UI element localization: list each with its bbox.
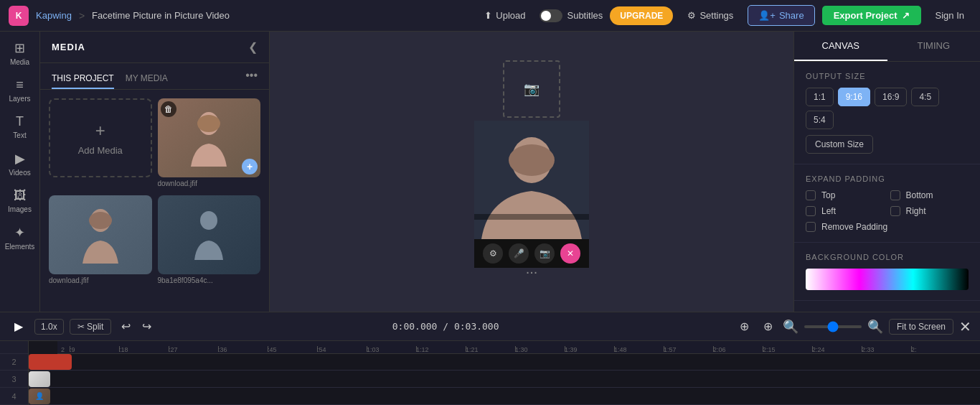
sidebar-item-media[interactable]: ⊞ Media xyxy=(1,34,39,72)
layers-icon: ≡ xyxy=(16,78,24,93)
effects-button[interactable]: ⚙ xyxy=(483,243,503,264)
zoom-slider[interactable] xyxy=(804,325,862,328)
padding-left: Left xyxy=(806,206,885,216)
size-1-1[interactable]: 1:1 xyxy=(806,88,834,106)
media-thumb-delete-1[interactable]: 🗑 xyxy=(161,101,176,117)
ruler-mark-157: 1:57 xyxy=(664,346,713,353)
track-num-3: 3 xyxy=(0,371,28,388)
track-num-4: 4 xyxy=(0,388,28,405)
zoom-in-button[interactable]: 🔍 xyxy=(867,319,883,335)
upgrade-button[interactable]: UPGRADE xyxy=(610,6,673,25)
undo-button[interactable]: ↩ xyxy=(117,317,135,335)
signin-button[interactable]: Sign In xyxy=(928,6,971,24)
play-button[interactable]: ▶ xyxy=(9,317,29,337)
remove-padding-row: Remove Padding xyxy=(806,222,969,232)
person-silhouette-3 xyxy=(191,210,227,260)
subtitles-switch[interactable] xyxy=(540,9,562,22)
media-panel-close-button[interactable]: ❮ xyxy=(248,40,258,54)
media-item-1[interactable]: 🗑 + download.jfif xyxy=(158,98,261,190)
media-filename-1: download.jfif xyxy=(158,177,261,190)
expand-padding-title: EXPAND PADDING xyxy=(806,174,969,183)
padding-right-checkbox[interactable] xyxy=(890,206,900,216)
background-color-title: BACKGROUND COLOR xyxy=(806,253,969,261)
mute-button[interactable]: 🎤 xyxy=(509,243,529,264)
add-media-label: Add Media xyxy=(78,145,123,156)
svg-point-3 xyxy=(89,212,112,229)
videos-icon: ▶ xyxy=(15,151,25,167)
padding-top-checkbox[interactable] xyxy=(806,190,816,200)
settings-button[interactable]: ⚙ Settings xyxy=(680,6,740,24)
size-16-9[interactable]: 16:9 xyxy=(875,88,907,106)
track-clip-4[interactable]: 👤 xyxy=(29,388,50,404)
subtitles-toggle[interactable]: Subtitles xyxy=(540,9,603,22)
media-thumb-2[interactable] xyxy=(49,195,152,274)
media-thumb-add-1[interactable]: + xyxy=(242,159,258,174)
padding-left-checkbox[interactable] xyxy=(806,206,816,216)
ruler-mark-148: 1:48 xyxy=(614,346,664,353)
padding-top-label: Top xyxy=(821,190,835,200)
size-9-16[interactable]: 9:16 xyxy=(838,88,870,106)
media-item-3[interactable]: 9ba1e8f095a4c... xyxy=(158,195,261,287)
timeline-move-icon[interactable]: ⊕ xyxy=(759,317,777,335)
custom-size-button[interactable]: Custom Size xyxy=(806,135,873,154)
text-icon: T xyxy=(16,114,24,129)
ruler-mark-121: 1:21 xyxy=(466,346,515,353)
time-display: 0:00.000 / 0:03.000 xyxy=(161,321,730,332)
track-clip-2[interactable] xyxy=(29,354,72,370)
padding-bottom-label: Bottom xyxy=(906,190,933,200)
track-num-2: 2 xyxy=(0,354,28,371)
media-thumb-1[interactable]: 🗑 + xyxy=(158,98,261,177)
sidebar-item-layers[interactable]: ≡ Layers xyxy=(1,72,39,108)
ruler-mark-36: :36 xyxy=(218,346,268,353)
upload-button[interactable]: ⬆ Upload xyxy=(477,6,532,24)
tab-canvas[interactable]: CANVAS xyxy=(794,32,887,61)
ruler-mark-54: :54 xyxy=(317,346,367,353)
time-current: 0:00.000 xyxy=(392,321,438,332)
size-5-4[interactable]: 5:4 xyxy=(806,111,834,129)
brand-link[interactable]: Kapwing xyxy=(36,10,72,21)
upload-label: Upload xyxy=(496,10,525,21)
topbar: K Kapwing > Facetime Picture in Picture … xyxy=(0,0,980,32)
add-media-button[interactable]: + Add Media xyxy=(49,98,152,177)
canvas-more-button[interactable]: ··· xyxy=(526,264,538,280)
tab-my-media[interactable]: MY MEDIA xyxy=(126,69,168,89)
camera-button[interactable]: 📷 xyxy=(534,243,555,264)
breadcrumb-separator: > xyxy=(79,10,85,22)
right-tabs: CANVAS TIMING xyxy=(794,32,980,62)
timeline-focus-icon[interactable]: ⊕ xyxy=(735,317,753,335)
background-color-picker[interactable] xyxy=(806,269,969,290)
track-clip-3[interactable] xyxy=(29,371,50,387)
ruler-mark-224: 2:24 xyxy=(812,346,862,353)
tab-this-project[interactable]: THIS PROJECT xyxy=(52,69,114,89)
app-logo: K xyxy=(9,6,29,26)
ruler-mark-112: 1:12 xyxy=(416,346,466,353)
close-timeline-button[interactable]: ✕ xyxy=(959,318,971,335)
fit-to-screen-button[interactable]: Fit to Screen xyxy=(889,319,953,335)
media-thumb-3[interactable] xyxy=(158,195,261,274)
export-label: Export Project xyxy=(834,10,897,21)
ruler-mark-end: 2: xyxy=(911,346,961,353)
speed-button[interactable]: 1.0x xyxy=(34,319,64,335)
redo-button[interactable]: ↪ xyxy=(138,317,156,335)
tools-sidebar: ⊞ Media ≡ Layers T Text ▶ Videos 🖼 Image… xyxy=(0,32,40,312)
sidebar-item-text[interactable]: T Text xyxy=(1,108,39,145)
zoom-out-button[interactable]: 🔍 xyxy=(783,319,798,335)
brand-anchor[interactable]: Kapwing xyxy=(36,10,72,21)
sidebar-item-videos[interactable]: ▶ Videos xyxy=(1,145,39,182)
canvas-area: 📷 📷 REPLACE ⚙ 🎤 📷 xyxy=(270,32,793,312)
share-button[interactable]: 👤+ Share xyxy=(748,5,814,26)
size-4-5[interactable]: 4:5 xyxy=(911,88,939,106)
svg-point-7 xyxy=(509,144,555,176)
timeline-controls: ▶ 1.0x ✂ Split ↩ ↪ 0:00.000 / 0:03.000 ⊕… xyxy=(0,312,980,341)
media-item-2[interactable]: download.jfif xyxy=(49,195,152,287)
track-row-4: 👤 xyxy=(29,388,980,405)
sidebar-item-elements[interactable]: ✦ Elements xyxy=(1,219,39,256)
remove-padding-checkbox[interactable] xyxy=(806,222,816,232)
end-call-button[interactable]: ✕ xyxy=(560,243,580,264)
sidebar-item-images[interactable]: 🖼 Images xyxy=(1,182,39,219)
split-button[interactable]: ✂ Split xyxy=(70,319,112,335)
media-more-button[interactable]: ••• xyxy=(245,69,258,89)
padding-bottom-checkbox[interactable] xyxy=(890,190,900,200)
export-button[interactable]: Export Project ↗ xyxy=(822,6,921,25)
tab-timing[interactable]: TIMING xyxy=(887,32,981,61)
